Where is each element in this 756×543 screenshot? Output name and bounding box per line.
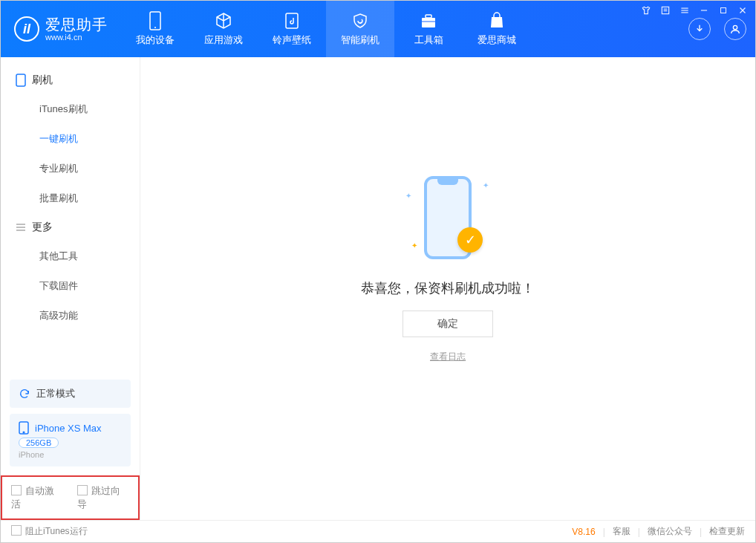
app-subtitle: www.i4.cn [45, 33, 108, 42]
svg-rect-17 [16, 74, 25, 86]
customer-service-link[interactable]: 客服 [613, 525, 630, 538]
tshirt-icon[interactable] [640, 4, 652, 16]
nav-tabs: 我的设备 应用游戏 铃声壁纸 智能刷机 工具箱 爱思商城 [121, 1, 531, 57]
sidebar-group-label: 刷机 [32, 74, 53, 87]
svg-point-16 [733, 25, 737, 29]
nav-tab-toolbox[interactable]: 工具箱 [394, 1, 463, 57]
maximize-button[interactable] [717, 4, 729, 16]
device-mode-card[interactable]: 正常模式 [10, 380, 131, 408]
svg-rect-14 [426, 15, 431, 18]
version-label: V8.16 [572, 527, 595, 537]
sidebar-item-other-tools[interactable]: 其他工具 [1, 241, 140, 271]
download-button[interactable] [688, 18, 711, 40]
logo-icon: il [14, 16, 39, 42]
sidebar-item-oneclick-flash[interactable]: 一键刷机 [1, 124, 140, 154]
footer: 阻止iTunes运行 V8.16 | 客服 | 微信公众号 | 检查更新 [1, 520, 755, 542]
nav-tab-store[interactable]: 爱思商城 [463, 1, 531, 57]
ok-button[interactable]: 确定 [403, 310, 493, 337]
sidebar-item-itunes-flash[interactable]: iTunes刷机 [1, 94, 140, 124]
sidebar-item-download-firmware[interactable]: 下载固件 [1, 271, 140, 301]
nav-tab-apps[interactable]: 应用游戏 [189, 1, 258, 57]
device-name: iPhone XS Max [35, 423, 102, 434]
close-button[interactable] [737, 4, 749, 16]
menu-icon[interactable] [679, 4, 691, 16]
list-icon [16, 222, 26, 233]
svg-point-22 [23, 432, 25, 433]
minimize-button[interactable] [698, 4, 710, 16]
nav-tab-flash[interactable]: 智能刷机 [326, 1, 394, 57]
nav-label: 应用游戏 [204, 33, 243, 47]
success-illustration: ✦ ✦ ✦ ✓ [407, 169, 489, 266]
user-button[interactable] [724, 18, 746, 40]
music-icon [282, 11, 302, 30]
window-controls [640, 4, 749, 16]
app-title: 爱思助手 [45, 16, 108, 33]
nav-label: 智能刷机 [341, 33, 379, 47]
sidebar: 刷机 iTunes刷机 一键刷机 专业刷机 批量刷机 更多 其他工具 下载固件 … [1, 57, 140, 520]
refresh-icon [19, 388, 30, 400]
sparkle-icon: ✦ [405, 192, 411, 200]
success-message: 恭喜您，保资料刷机成功啦！ [361, 279, 535, 297]
logo-area: il 爱思助手 www.i4.cn [1, 16, 121, 42]
nav-label: 我的设备 [136, 33, 175, 47]
wechat-link[interactable]: 微信公众号 [648, 525, 692, 538]
sparkle-icon: ✦ [483, 181, 489, 189]
sidebar-item-batch-flash[interactable]: 批量刷机 [1, 183, 140, 213]
nav-tab-device[interactable]: 我的设备 [121, 1, 189, 57]
device-icon [146, 11, 165, 30]
block-itunes-checkbox[interactable]: 阻止iTunes运行 [11, 525, 88, 538]
main-content: ✦ ✦ ✦ ✓ 恭喜您，保资料刷机成功啦！ 确定 查看日志 [140, 57, 755, 520]
phone-icon [19, 421, 29, 435]
check-badge-icon: ✓ [457, 227, 483, 253]
cube-icon [214, 11, 233, 30]
device-type: iPhone [19, 450, 122, 459]
toolbox-icon [419, 11, 438, 30]
sparkle-icon: ✦ [411, 241, 417, 250]
check-update-link[interactable]: 检查更新 [709, 525, 745, 538]
nav-label: 铃声壁纸 [273, 33, 311, 47]
skip-guide-checkbox[interactable]: 跳过向导 [77, 484, 130, 511]
list-icon[interactable] [659, 4, 671, 16]
auto-activate-checkbox[interactable]: 自动激活 [11, 484, 64, 511]
nav-label: 工具箱 [414, 33, 443, 47]
svg-rect-7 [721, 8, 726, 13]
sidebar-group-flash: 刷机 [1, 66, 140, 94]
nav-tab-ringtones[interactable]: 铃声壁纸 [258, 1, 326, 57]
device-mode-label: 正常模式 [36, 387, 75, 400]
nav-label: 爱思商城 [478, 33, 516, 47]
flash-options-row: 自动激活 跳过向导 [1, 475, 140, 520]
svg-point-11 [154, 27, 156, 28]
sidebar-group-label: 更多 [32, 221, 53, 234]
device-info-card[interactable]: iPhone XS Max 256GB iPhone [10, 414, 131, 466]
view-log-link[interactable]: 查看日志 [430, 351, 466, 363]
sidebar-group-more: 更多 [1, 213, 140, 241]
sidebar-item-advanced[interactable]: 高级功能 [1, 301, 140, 331]
refresh-shield-icon [351, 11, 370, 30]
bag-icon [487, 11, 506, 30]
svg-rect-13 [422, 18, 435, 27]
sidebar-item-pro-flash[interactable]: 专业刷机 [1, 154, 140, 183]
device-capacity: 256GB [19, 438, 59, 448]
phone-icon [16, 74, 26, 87]
